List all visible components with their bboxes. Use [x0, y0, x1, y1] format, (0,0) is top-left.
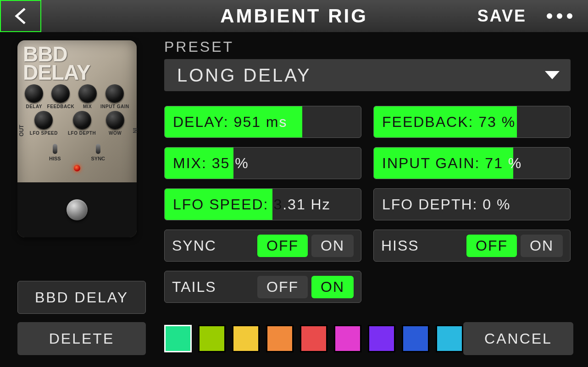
color-swatch-6[interactable]	[368, 325, 395, 352]
color-swatch-3[interactable]	[266, 325, 294, 352]
switch-hiss-off[interactable]: OFF	[466, 235, 517, 257]
switch-sync: SYNCOFFON	[164, 230, 361, 262]
back-icon	[13, 7, 28, 25]
color-swatch-1[interactable]	[198, 325, 226, 352]
knob-feedback	[51, 84, 70, 103]
color-swatches	[164, 325, 463, 352]
param-feedback[interactable]: FEEDBACK: 73 %	[373, 106, 571, 138]
switch-hiss: HISSOFFON	[373, 230, 571, 262]
pedal-graphic: BBD DELAY DELAY FEEDBACK MIX INPUT GAIN …	[17, 40, 137, 237]
switch-label: HISS	[381, 237, 463, 254]
color-swatch-2[interactable]	[232, 325, 260, 352]
param-text: LFO DEPTH: 0 %	[382, 196, 511, 213]
cancel-button[interactable]: CANCEL	[463, 322, 573, 355]
color-swatch-7[interactable]	[402, 325, 429, 352]
color-swatch-5[interactable]	[334, 325, 361, 352]
back-button[interactable]	[0, 0, 41, 32]
color-swatch-8[interactable]	[436, 325, 463, 352]
param-text: MIX: 35 %	[173, 155, 249, 172]
color-swatch-4[interactable]	[300, 325, 327, 352]
param-text: FEEDBACK: 73 %	[382, 114, 516, 131]
delete-button[interactable]: DELETE	[17, 322, 146, 355]
knob-input-gain	[105, 84, 124, 103]
pedal-led	[74, 165, 80, 171]
param-input-gain[interactable]: INPUT GAIN: 71 %	[373, 147, 571, 179]
pedal-in-label: IN	[132, 128, 138, 133]
switch-sync-off[interactable]: OFF	[257, 235, 308, 257]
param-text: LFO SPEED: 3.31 Hz	[173, 196, 331, 213]
preset-label: PRESET	[164, 38, 571, 55]
more-button[interactable]	[540, 13, 588, 19]
preset-select[interactable]: LONG DELAY	[164, 59, 571, 91]
param-lfo-depth[interactable]: LFO DEPTH: 0 %	[373, 188, 571, 220]
param-text: INPUT GAIN: 71 %	[382, 155, 522, 172]
save-button[interactable]: SAVE	[464, 6, 540, 26]
param-lfo-speed[interactable]: LFO SPEED: 3.31 Hz	[164, 188, 361, 220]
knob-lfo-depth	[73, 111, 91, 129]
param-mix[interactable]: MIX: 35 %	[164, 147, 361, 179]
switch-label: SYNC	[172, 237, 254, 254]
preset-value: LONG DELAY	[177, 65, 311, 86]
knob-wow	[106, 111, 124, 129]
switch-hiss-on[interactable]: ON	[521, 235, 563, 257]
chevron-down-icon	[545, 71, 560, 79]
pedal-switch-hiss	[53, 144, 57, 154]
pedal-switch-sync	[96, 144, 100, 154]
param-text: DELAY: 951 ms	[173, 114, 288, 131]
dots-icon	[547, 13, 552, 19]
header: AMBIENT RIG SAVE	[0, 0, 588, 32]
pedal-out-label: OUT	[18, 125, 25, 136]
effect-name-button[interactable]: BBD DELAY	[17, 281, 146, 314]
pedal-brand-line2: DELAY	[23, 63, 131, 82]
switch-sync-on[interactable]: ON	[311, 235, 354, 257]
knob-lfo-speed	[34, 111, 53, 129]
color-swatch-0[interactable]	[164, 325, 192, 352]
param-delay[interactable]: DELAY: 951 ms	[164, 106, 361, 138]
pedal-footswitch	[67, 199, 88, 220]
knob-delay	[25, 84, 43, 103]
knob-mix	[78, 84, 97, 103]
